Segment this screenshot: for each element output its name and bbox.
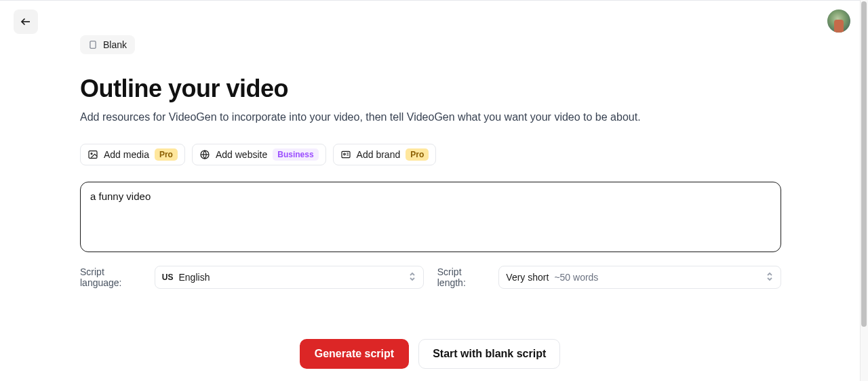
svg-rect-6 bbox=[342, 152, 350, 158]
flag-code-label: US bbox=[162, 273, 174, 282]
page-subtitle: Add resources for VideoGen to incorporat… bbox=[80, 110, 781, 125]
add-media-button[interactable]: Add media Pro bbox=[80, 144, 185, 165]
svg-point-7 bbox=[343, 153, 345, 155]
script-length-select[interactable]: Very short ~50 words bbox=[498, 266, 781, 289]
avatar[interactable] bbox=[827, 9, 850, 33]
prompt-input[interactable] bbox=[80, 182, 781, 252]
script-language-label: Script language: bbox=[80, 266, 148, 288]
svg-rect-1 bbox=[90, 41, 96, 49]
add-website-label: Add website bbox=[216, 149, 267, 160]
id-card-icon bbox=[340, 149, 351, 160]
generate-script-button[interactable]: Generate script bbox=[300, 339, 409, 369]
script-length-detail: ~50 words bbox=[554, 272, 598, 283]
scrollbar-thumb[interactable] bbox=[861, 1, 867, 327]
options-row: Script language: US English Script lengt… bbox=[80, 266, 781, 289]
script-length-group: Script length: Very short ~50 words bbox=[437, 266, 781, 289]
svg-rect-2 bbox=[89, 151, 97, 159]
globe-icon bbox=[199, 149, 210, 160]
page-title: Outline your video bbox=[80, 75, 781, 103]
add-brand-label: Add brand bbox=[357, 149, 401, 160]
script-language-value: English bbox=[179, 272, 210, 283]
resource-buttons-row: Add media Pro Add website Business Add b… bbox=[80, 144, 781, 165]
back-button[interactable] bbox=[14, 9, 38, 34]
script-length-value: Very short bbox=[506, 272, 549, 283]
arrow-left-icon bbox=[20, 16, 32, 28]
scrollbar-track[interactable] bbox=[860, 0, 868, 381]
add-website-button[interactable]: Add website Business bbox=[192, 144, 326, 165]
template-pill-label: Blank bbox=[103, 39, 127, 50]
business-badge: Business bbox=[273, 148, 318, 161]
cta-row: Generate script Start with blank script bbox=[0, 339, 860, 369]
chevron-up-down-icon bbox=[408, 272, 416, 283]
script-length-label: Script length: bbox=[437, 266, 492, 288]
pro-badge: Pro bbox=[406, 148, 429, 161]
start-blank-script-button[interactable]: Start with blank script bbox=[418, 339, 560, 369]
add-brand-button[interactable]: Add brand Pro bbox=[333, 144, 437, 165]
pro-badge: Pro bbox=[155, 148, 178, 161]
image-icon bbox=[87, 149, 98, 160]
main-content: Blank Outline your video Add resources f… bbox=[80, 35, 781, 289]
svg-point-3 bbox=[91, 153, 92, 155]
template-pill-blank[interactable]: Blank bbox=[80, 35, 135, 54]
chevron-up-down-icon bbox=[766, 272, 774, 283]
document-icon bbox=[88, 40, 98, 49]
script-language-select[interactable]: US English bbox=[155, 266, 424, 289]
top-border bbox=[0, 0, 860, 1]
add-media-label: Add media bbox=[104, 149, 149, 160]
script-language-group: Script language: US English bbox=[80, 266, 424, 289]
